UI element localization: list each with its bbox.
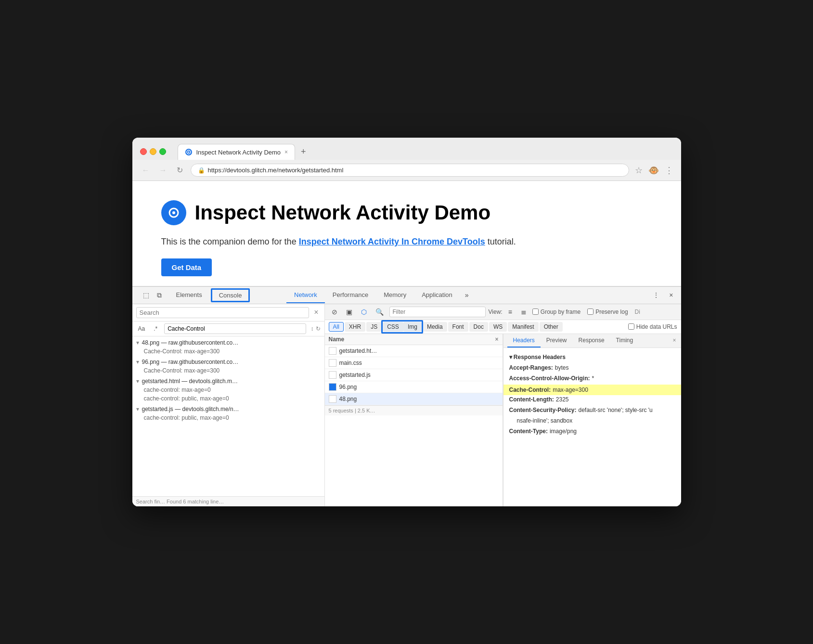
search-result-file-1: ▾ 48.png — raw.githubusercontent.co…	[132, 338, 324, 347]
aa-btn[interactable]: Aa	[136, 324, 147, 333]
type-filter-all[interactable]: All	[329, 322, 344, 332]
camera-btn[interactable]: ▣	[343, 306, 355, 318]
type-filter-xhr[interactable]: XHR	[345, 322, 365, 332]
headers-tab-response[interactable]: Response	[573, 334, 610, 348]
devtools-device-btn[interactable]: ⧉	[154, 287, 165, 303]
file-row-4[interactable]: 96.png	[325, 381, 503, 393]
file-row-2[interactable]: main.css	[325, 357, 503, 369]
reload-btn[interactable]: ↻	[175, 165, 185, 176]
tab-performance[interactable]: Performance	[325, 287, 376, 303]
header-name-accept-ranges: Accept-Ranges:	[509, 363, 553, 372]
type-filter-manifest[interactable]: Manifest	[508, 322, 538, 332]
type-filter-img[interactable]: Img	[403, 322, 422, 332]
search-close-btn[interactable]: ×	[312, 308, 320, 317]
tab-memory[interactable]: Memory	[376, 287, 414, 303]
disable-cache-label: Di	[635, 309, 640, 315]
file-name-2: main.css	[339, 360, 499, 366]
close-detail-btn[interactable]: ×	[495, 336, 498, 343]
title-bar: Inspect Network Activity Demo × +	[132, 138, 681, 160]
filter-input[interactable]	[164, 323, 306, 334]
type-filter-font[interactable]: Font	[448, 322, 468, 332]
headers-tab-preview[interactable]: Preview	[541, 334, 573, 348]
view-detail-btn[interactable]: ≣	[518, 306, 529, 318]
get-data-button[interactable]: Get Data	[161, 258, 212, 276]
arrow-icon-3: ▾	[136, 378, 139, 385]
type-filter-css[interactable]: CSS	[383, 322, 403, 332]
traffic-light-yellow[interactable]	[150, 148, 156, 155]
search-btn[interactable]: 🔍	[373, 306, 387, 318]
view-list-btn[interactable]: ≡	[505, 306, 515, 318]
view-label: View:	[489, 309, 503, 315]
tab-close-btn[interactable]: ×	[284, 149, 288, 155]
type-filter-js[interactable]: JS	[366, 322, 382, 332]
tab-favicon	[185, 148, 193, 156]
search-panel: Search × Aa .* ↕ ↻	[132, 304, 325, 506]
search-filter-icons: ↕ ↻	[311, 325, 321, 332]
page-logo	[161, 200, 186, 225]
hide-data-urls-check[interactable]: Hide data URLs	[628, 323, 677, 330]
traffic-light-green[interactable]	[159, 148, 166, 155]
browser-tab-active[interactable]: Inspect Network Activity Demo ×	[178, 144, 296, 160]
tab-more-btn[interactable]: »	[460, 287, 474, 303]
headers-content: ▾ Response Headers Accept-Ranges: bytes …	[503, 348, 681, 506]
bookmark-btn[interactable]: ☆	[635, 165, 643, 176]
svg-point-5	[172, 211, 175, 214]
net-checkboxes: Group by frame Preserve log Di	[532, 309, 640, 315]
devtools-close-btn[interactable]: ×	[665, 288, 677, 302]
network-filter-input[interactable]	[389, 307, 486, 317]
search-input[interactable]	[140, 309, 306, 316]
type-filter-other[interactable]: Other	[540, 322, 563, 332]
preserve-log-checkbox[interactable]	[587, 309, 594, 315]
tab-application[interactable]: Application	[414, 287, 460, 303]
file-icon-1	[329, 347, 336, 355]
type-filter-media[interactable]: Media	[423, 322, 447, 332]
network-toolbar: ⊘ ▣ ⬡ 🔍 View: ≡ ≣ Group by frame	[325, 304, 681, 320]
file-row-5[interactable]: 48.png	[325, 393, 503, 405]
file-row-3[interactable]: getstarted.js	[325, 369, 503, 381]
title-bar-top: Inspect Network Activity Demo × +	[140, 143, 673, 160]
filter-icon-2[interactable]: ↻	[316, 325, 321, 332]
group-by-frame-checkbox[interactable]	[532, 309, 539, 315]
group-by-frame-check[interactable]: Group by frame	[532, 309, 581, 315]
header-value-access-control: *	[592, 374, 594, 383]
address-bar: ← → ↻ 🔒 https://devtools.glitch.me/netwo…	[132, 160, 681, 181]
search-status: Search fin… Found 6 matching line…	[132, 496, 324, 506]
files-col-name: Name	[329, 336, 345, 343]
file-icon-4	[329, 383, 336, 391]
header-value-csp: default-src 'none'; style-src 'u	[579, 406, 653, 414]
profile-btn[interactable]: 🐵	[648, 165, 659, 176]
tab-elements[interactable]: Elements	[168, 287, 210, 303]
headers-tab-headers[interactable]: Headers	[507, 334, 541, 348]
devtools-select-btn[interactable]: ⬚	[140, 287, 152, 303]
tab-network[interactable]: Network	[286, 287, 325, 303]
header-access-control: Access-Control-Allow-Origin: *	[509, 374, 675, 383]
new-tab-btn[interactable]: +	[297, 143, 310, 160]
forward-btn[interactable]: →	[157, 165, 169, 176]
preserve-log-check[interactable]: Preserve log	[587, 309, 628, 315]
traffic-light-red[interactable]	[140, 148, 147, 155]
headers-panel: Headers Preview Response Timing × ▾ Resp…	[503, 334, 681, 506]
file-row-1[interactable]: getstarted.ht…	[325, 345, 503, 357]
arrow-icon-2: ▾	[136, 359, 139, 365]
traffic-lights	[140, 148, 166, 155]
tutorial-link[interactable]: Inspect Network Activity In Chrome DevTo…	[299, 237, 485, 246]
type-filter-doc[interactable]: Doc	[469, 322, 488, 332]
search-result-file-3: ▾ getstarted.html — devtools.glitch.m…	[132, 377, 324, 386]
browser-window: Inspect Network Activity Demo × + ← → ↻ …	[132, 138, 681, 506]
hide-data-urls-checkbox[interactable]	[628, 323, 634, 330]
address-input[interactable]: 🔒 https://devtools.glitch.me/network/get…	[191, 164, 629, 177]
back-btn[interactable]: ←	[140, 165, 152, 176]
regex-btn[interactable]: .*	[152, 324, 159, 333]
headers-close-btn[interactable]: ×	[668, 334, 681, 348]
header-value-accept-ranges: bytes	[555, 363, 569, 372]
filter-icon-1[interactable]: ↕	[311, 325, 314, 332]
record-btn[interactable]: ⊘	[329, 306, 340, 318]
header-name-content-type: Content-Type:	[509, 427, 548, 436]
filter-btn[interactable]: ⬡	[358, 306, 370, 318]
devtools-menu-btn[interactable]: ⋮	[649, 288, 663, 302]
menu-btn[interactable]: ⋮	[665, 165, 673, 176]
type-filter-ws[interactable]: WS	[489, 322, 507, 332]
header-name-csp: Content-Security-Policy:	[509, 406, 577, 414]
devtools-icon-btns: ⬚ ⧉	[136, 287, 168, 303]
headers-tab-timing[interactable]: Timing	[610, 334, 639, 348]
